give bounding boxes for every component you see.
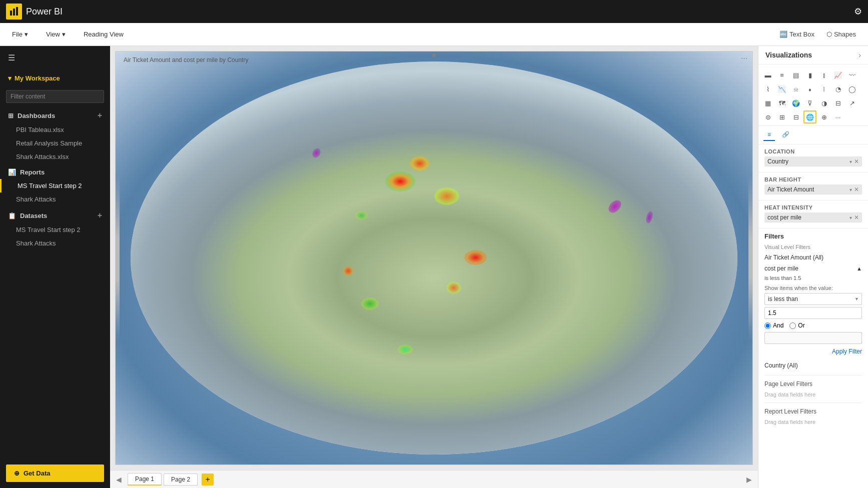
- viz-clustered-bar[interactable]: ≡: [775, 68, 788, 82]
- dashboards-label: Dashboards: [18, 112, 55, 120]
- viz-stacked-col[interactable]: ▮: [803, 68, 816, 82]
- cost-per-mile-tag-dropdown[interactable]: ▾: [849, 215, 852, 220]
- shapes-label: Shapes: [834, 30, 856, 38]
- viz-stacked-area[interactable]: ⌇: [761, 82, 774, 96]
- filters-title: Filters: [764, 232, 862, 240]
- country-filter-item[interactable]: Country (All): [764, 360, 862, 371]
- topbar-right: ⚙: [854, 6, 862, 17]
- report-canvas[interactable]: ≡ ⋯ Air Ticket Amount and cost per mile …: [115, 51, 753, 465]
- dashboard-shark-attacks[interactable]: Shark Attacks.xlsx: [0, 150, 110, 164]
- datasets-header[interactable]: 📋 Datasets +: [0, 206, 110, 223]
- viz-ribbon[interactable]: ⍾: [789, 82, 802, 96]
- fields-icon: ≡: [767, 131, 771, 138]
- page-2-tab[interactable]: Page 2: [164, 474, 198, 486]
- or-radio-label[interactable]: Or: [789, 322, 804, 329]
- datasets-add[interactable]: +: [98, 211, 102, 220]
- menubar-right: 🔤 Text Box ⬡ Shapes: [775, 28, 860, 40]
- page-nav-right[interactable]: ▶: [746, 476, 752, 484]
- heatmap-mali: [343, 266, 353, 276]
- add-page-button[interactable]: +: [202, 474, 214, 486]
- viz-line-col[interactable]: 📉: [775, 82, 788, 96]
- cost-per-mile-filter-item[interactable]: cost per mile ▲: [764, 263, 862, 274]
- and-radio[interactable]: [764, 322, 771, 329]
- cost-per-mile-tag-remove[interactable]: ✕: [854, 214, 859, 221]
- viz-area[interactable]: 〰: [845, 68, 858, 82]
- scrollbar-right[interactable]: [748, 52, 752, 464]
- workspace-item[interactable]: ▾ My Workspace: [0, 70, 110, 87]
- viz-fields-tab[interactable]: ≡: [763, 129, 775, 141]
- bar-height-section: Bar Height Air Ticket Amount ▾ ✕: [758, 172, 868, 200]
- viz-scatter[interactable]: ⁞: [817, 82, 830, 96]
- viz-stacked-bar[interactable]: ▬: [761, 68, 774, 82]
- viz-100-bar[interactable]: ▤: [789, 68, 802, 82]
- sidebar-hamburger[interactable]: ☰: [0, 46, 110, 70]
- report-level-filters-item[interactable]: Report Level Filters: [764, 406, 862, 417]
- dashboards-add[interactable]: +: [98, 111, 102, 120]
- report-ms-travel[interactable]: MS Travel Start step 2: [0, 179, 110, 192]
- settings-icon[interactable]: ⚙: [854, 6, 862, 16]
- panel-close-button[interactable]: ›: [858, 51, 861, 59]
- datasets-label: Datasets: [20, 212, 47, 220]
- filter-input[interactable]: [6, 90, 104, 103]
- viz-pie[interactable]: ◔: [831, 82, 844, 96]
- reading-view-button[interactable]: Reading View: [80, 28, 128, 40]
- filter-value-input[interactable]: [764, 307, 862, 319]
- page-level-filters-item[interactable]: Page Level Filters: [764, 378, 862, 390]
- dashboard-pbi-tableau[interactable]: PBI Tableau.xlsx: [0, 123, 110, 136]
- file-menu[interactable]: File ▾: [8, 28, 32, 40]
- and-radio-label[interactable]: And: [764, 322, 783, 329]
- filter-second-input[interactable]: [764, 332, 862, 344]
- country-tag-text: Country: [767, 158, 848, 165]
- dashboards-header[interactable]: ⊞ Dashboards +: [0, 106, 110, 123]
- viz-map[interactable]: 🗺: [775, 96, 788, 110]
- country-tag: Country ▾ ✕: [764, 156, 862, 166]
- report-shark-attacks[interactable]: Shark Attacks: [0, 192, 110, 206]
- air-ticket-filter-item[interactable]: Air Ticket Amount (All): [764, 252, 862, 263]
- workspace-chevron: ▾: [8, 74, 12, 82]
- country-tag-dropdown[interactable]: ▾: [849, 159, 852, 164]
- viz-more[interactable]: ···: [831, 110, 844, 124]
- page-1-tab[interactable]: Page 1: [128, 473, 162, 486]
- heat-intensity-label: Heat Intensity: [764, 204, 862, 210]
- viz-treemap[interactable]: ▦: [761, 96, 774, 110]
- viz-matrix[interactable]: ⊟: [789, 110, 802, 124]
- dataset-shark-attacks[interactable]: Shark Attacks: [0, 236, 110, 250]
- topbar: Power BI ⚙: [0, 0, 868, 23]
- dashboard-retail-analysis[interactable]: Retail Analysis Sample: [0, 136, 110, 150]
- dataset-ms-travel[interactable]: MS Travel Start step 2: [0, 223, 110, 236]
- viz-globe-map[interactable]: 🌐: [803, 110, 816, 124]
- is-less-than-select-wrapper: is less thanis greater thanis equal tois…: [764, 293, 862, 305]
- apply-filter-button[interactable]: Apply Filter: [764, 346, 862, 357]
- viz-funnel[interactable]: ⊽: [803, 96, 816, 110]
- view-menu[interactable]: View ▾: [42, 28, 70, 40]
- viz-format-tab[interactable]: 🔗: [778, 129, 793, 141]
- viz-donut[interactable]: ◯: [845, 82, 858, 96]
- canvas-dots-menu[interactable]: ⋯: [741, 54, 747, 62]
- visualizations-header: Visualizations ›: [758, 46, 868, 64]
- heatmap-east-africa: [398, 344, 413, 354]
- shapes-button[interactable]: ⬡ Shapes: [822, 28, 860, 40]
- viz-custom-1[interactable]: ⊕: [817, 110, 830, 124]
- country-tag-remove[interactable]: ✕: [854, 158, 859, 165]
- or-radio[interactable]: [789, 322, 796, 329]
- air-ticket-tag-remove[interactable]: ✕: [854, 186, 859, 193]
- viz-slicer[interactable]: ⊜: [761, 110, 774, 124]
- get-data-button[interactable]: ⊕ Get Data: [6, 464, 104, 482]
- viz-multi-row[interactable]: ⊟: [831, 96, 844, 110]
- viz-table[interactable]: ⊞: [775, 110, 788, 124]
- is-less-than-select[interactable]: is less thanis greater thanis equal tois…: [764, 293, 862, 305]
- viz-filled-map[interactable]: 🌍: [789, 96, 802, 110]
- viz-clustered-col[interactable]: ⫿: [817, 68, 830, 82]
- reports-header[interactable]: 📊 Reports: [0, 164, 110, 179]
- datasets-section: 📋 Datasets + MS Travel Start step 2 Shar…: [0, 206, 110, 250]
- scrollbar-left[interactable]: [116, 52, 120, 464]
- viz-kpi[interactable]: ↗: [845, 96, 858, 110]
- page-nav-left[interactable]: ◀: [116, 476, 122, 484]
- filters-section: Filters Visual Level Filters Air Ticket …: [758, 228, 868, 431]
- viz-waterfall[interactable]: ⬧: [803, 82, 816, 96]
- text-box-button[interactable]: 🔤 Text Box: [775, 28, 818, 40]
- viz-line[interactable]: 📈: [831, 68, 844, 82]
- globe-surface: [131, 62, 737, 454]
- air-ticket-tag-dropdown[interactable]: ▾: [849, 187, 852, 192]
- viz-gauge[interactable]: ◑: [817, 96, 830, 110]
